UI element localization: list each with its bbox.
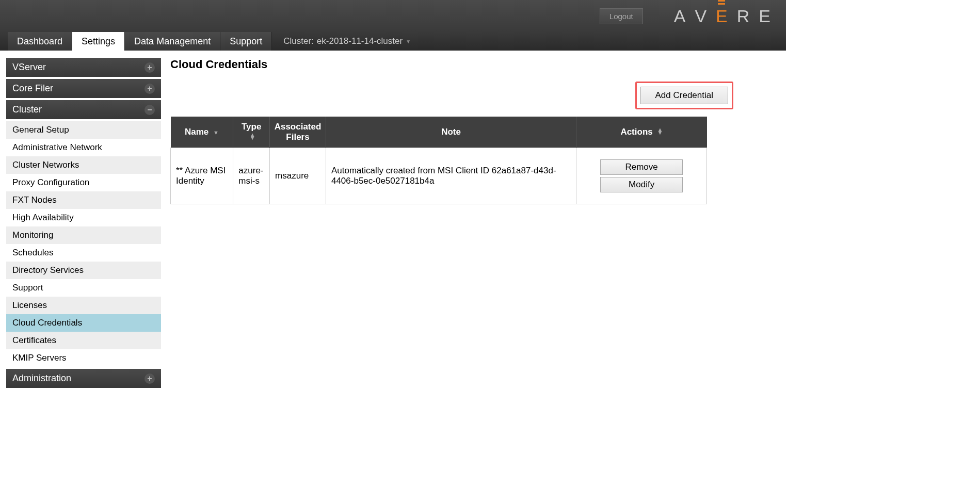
sidebar-item-monitoring[interactable]: Monitoring — [6, 226, 161, 244]
cluster-dropdown[interactable]: Cluster: ek-2018-11-14-cluster ▼ — [272, 36, 411, 46]
sidebar-group-label: VServer — [12, 62, 46, 73]
sidebar-item-support[interactable]: Support — [6, 279, 161, 297]
column-header-name[interactable]: Name ▼ — [171, 117, 233, 148]
cell-name: ** Azure MSI Identity — [171, 148, 233, 204]
cell-actions: Remove Modify — [576, 148, 707, 204]
column-header-type[interactable]: Type ▲▼ — [233, 117, 270, 148]
logo-letter-v: V — [695, 6, 706, 26]
top-bar: Logout A V E R E — [0, 0, 786, 32]
column-header-label: Actions — [620, 127, 652, 137]
tab-dashboard[interactable]: Dashboard — [8, 32, 72, 51]
sidebar-group-label: Administration — [12, 373, 71, 384]
column-header-label: Associated Filers — [275, 122, 322, 142]
sidebar-group-administration[interactable]: Administration + — [6, 369, 161, 388]
sidebar-group-cluster[interactable]: Cluster − — [6, 100, 161, 119]
sidebar-item-schedules[interactable]: Schedules — [6, 244, 161, 262]
sidebar-item-fxt-nodes[interactable]: FXT Nodes — [6, 191, 161, 209]
column-header-label: Type — [242, 122, 261, 132]
plus-circle-icon: + — [144, 84, 155, 94]
main-content: Cloud Credentials Add Credential Name ▼ … — [170, 58, 780, 390]
logo-letter-e-accent: E — [716, 6, 728, 26]
credentials-table: Name ▼ Type ▲▼ Associated Filers Note Ac — [170, 117, 707, 204]
cluster-prefix: Cluster: — [283, 36, 314, 46]
sidebar-group-label: Cluster — [12, 104, 42, 115]
highlight-box: Add Credential — [635, 82, 733, 109]
minus-circle-icon: − — [144, 105, 155, 115]
cell-type: azure-msi-s — [233, 148, 270, 204]
column-header-label: Note — [441, 127, 461, 137]
tab-data-management[interactable]: Data Management — [125, 32, 220, 51]
cluster-name: ek-2018-11-14-cluster — [317, 36, 403, 46]
sidebar-item-certificates[interactable]: Certificates — [6, 332, 161, 349]
column-header-label: Name — [185, 127, 208, 137]
tab-bar: Dashboard Settings Data Management Suppo… — [0, 32, 786, 51]
page-title: Cloud Credentials — [170, 58, 780, 71]
sort-desc-icon: ▼ — [213, 131, 219, 134]
cell-assoc: msazure — [270, 148, 326, 204]
chevron-down-icon: ▼ — [406, 39, 411, 44]
column-header-associated-filers[interactable]: Associated Filers — [270, 117, 326, 148]
logout-button[interactable]: Logout — [600, 8, 643, 24]
sort-icon: ▲▼ — [250, 133, 255, 139]
sidebar-item-cloud-credentials[interactable]: Cloud Credentials — [6, 314, 161, 332]
sidebar-item-high-availability[interactable]: High Availability — [6, 209, 161, 226]
sidebar-item-licenses[interactable]: Licenses — [6, 297, 161, 314]
add-credential-button[interactable]: Add Credential — [640, 87, 728, 104]
logo-letter-a: A — [674, 6, 686, 26]
sidebar-group-vserver[interactable]: VServer + — [6, 58, 161, 77]
sidebar-item-administrative-network[interactable]: Administrative Network — [6, 139, 161, 156]
sidebar-group-core-filer[interactable]: Core Filer + — [6, 79, 161, 98]
remove-button[interactable]: Remove — [600, 159, 683, 175]
sidebar-item-kmip-servers[interactable]: KMIP Servers — [6, 349, 161, 367]
avere-logo: A V E R E — [674, 6, 770, 26]
sort-icon: ▲▼ — [657, 128, 663, 134]
sidebar-group-label: Core Filer — [12, 83, 53, 94]
tab-settings[interactable]: Settings — [72, 32, 125, 51]
sidebar-item-general-setup[interactable]: General Setup — [6, 121, 161, 139]
settings-sidebar: VServer + Core Filer + Cluster − General… — [6, 58, 161, 390]
plus-circle-icon: + — [144, 62, 155, 73]
column-header-actions[interactable]: Actions ▲▼ — [576, 117, 707, 148]
column-header-note[interactable]: Note — [326, 117, 576, 148]
cell-note: Automatically created from MSI Client ID… — [326, 148, 576, 204]
tab-support[interactable]: Support — [220, 32, 272, 51]
sidebar-item-directory-services[interactable]: Directory Services — [6, 262, 161, 279]
plus-circle-icon: + — [144, 374, 155, 384]
logo-letter-e2: E — [759, 6, 770, 26]
sidebar-item-proxy-configuration[interactable]: Proxy Configuration — [6, 174, 161, 191]
modify-button[interactable]: Modify — [600, 177, 683, 192]
logo-letter-r: R — [737, 6, 750, 26]
sidebar-item-cluster-networks[interactable]: Cluster Networks — [6, 156, 161, 174]
table-row: ** Azure MSI Identity azure-msi-s msazur… — [171, 148, 707, 204]
